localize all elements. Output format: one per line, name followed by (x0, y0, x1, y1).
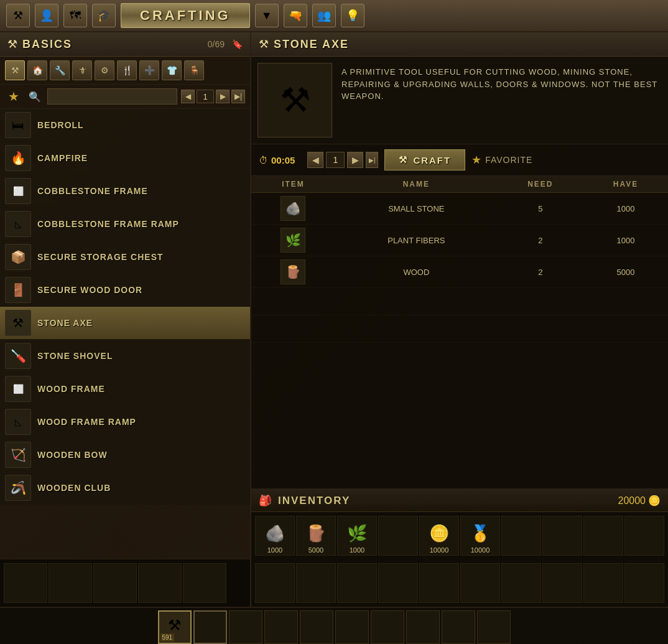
inv-count-coin1: 10000 (430, 546, 449, 555)
hotbar-slot-6[interactable] (335, 610, 369, 644)
inv-slot-17[interactable] (501, 563, 541, 603)
left-slot-5[interactable] (183, 563, 226, 603)
inv-slot-18[interactable] (542, 563, 582, 603)
favorite-button[interactable]: ★ FAVORITE (471, 153, 532, 167)
filter-food[interactable]: 🍴 (117, 60, 137, 80)
hotbar-slot-8[interactable] (406, 610, 440, 644)
favorites-toggle[interactable]: ★ (5, 88, 22, 105)
hotbar-slot-3[interactable] (229, 610, 262, 644)
inv-slot-10[interactable] (624, 516, 664, 556)
filter-furniture[interactable]: 🪑 (184, 60, 204, 80)
inv-slot-19[interactable] (583, 563, 623, 603)
page-next[interactable]: ▶ (216, 90, 230, 103)
inv-item-coin2: 🥇 (470, 524, 490, 543)
filter-shelter[interactable]: 🏠 (27, 60, 47, 80)
nav-icon-quest[interactable]: ▼ (255, 4, 279, 27)
filter-craft[interactable]: 🔧 (50, 60, 70, 80)
inv-slot-9[interactable] (583, 516, 623, 556)
inv-count-wood: 5000 (308, 546, 323, 555)
ingredient-name-wood: WOOD (335, 256, 498, 288)
filter-med[interactable]: ➕ (139, 60, 159, 80)
list-item[interactable]: 🪃 WOODEN CLUB (0, 472, 250, 505)
nav-icon-lightbulb[interactable]: 💡 (341, 4, 364, 27)
item-thumb-club: 🪃 (5, 475, 31, 501)
axe-header-icon: ⚒ (259, 37, 269, 51)
hotbar-slot-4[interactable] (264, 610, 298, 644)
ui-container: ⚒ 👤 🗺 🎓 CRAFTING ▼ 🔫 👥 💡 ⚒ BASICS 0/69 🔖… (0, 0, 668, 644)
nav-icon-player[interactable]: 👤 (35, 4, 58, 27)
item-label-club: WOODEN CLUB (37, 483, 111, 493)
inv-slot-2[interactable]: 🪵 5000 (296, 516, 336, 556)
search-icon-button[interactable]: 🔍 (26, 88, 44, 105)
filter-weapon[interactable]: 🗡 (72, 60, 92, 80)
top-nav: ⚒ 👤 🗺 🎓 CRAFTING ▼ 🔫 👥 💡 (0, 0, 668, 32)
col-name: NAME (335, 176, 498, 193)
inv-count-coin2: 10000 (471, 546, 490, 555)
money-display: 20000 🪙 (618, 495, 661, 506)
inv-slot-6[interactable]: 🥇 10000 (460, 516, 500, 556)
list-item[interactable]: 🏹 WOODEN BOW (0, 439, 250, 472)
list-item[interactable]: ⬜ COBBLESTONE FRAME (0, 175, 250, 208)
money-amount: 20000 (618, 495, 646, 506)
inv-slot-1[interactable]: 🪨 1000 (255, 516, 295, 556)
page-last[interactable]: ▶| (231, 90, 245, 103)
ingredient-empty-2 (251, 315, 668, 343)
inv-slot-15[interactable] (419, 563, 459, 603)
item-label-cobblestone-frame: COBBLESTONE FRAME (37, 186, 148, 196)
hotbar-slot-9[interactable] (442, 610, 475, 644)
inv-slot-11[interactable] (255, 563, 295, 603)
hotbar-slot-10[interactable] (477, 610, 511, 644)
nav-icon-group[interactable]: 👥 (312, 4, 336, 27)
craft-button[interactable]: ⚒ CRAFT (384, 149, 465, 170)
hotbar-slot-7[interactable] (371, 610, 404, 644)
list-item[interactable]: ◺ COBBLESTONE FRAME RAMP (0, 208, 250, 241)
list-item[interactable]: 🔥 CAMPFIRE (0, 142, 250, 175)
inv-slot-8[interactable] (542, 516, 582, 556)
craft-prev[interactable]: ◀ (307, 152, 323, 168)
inv-slot-7[interactable] (501, 516, 541, 556)
inv-slot-4[interactable] (378, 516, 418, 556)
detail-header: ⚒ STONE AXE (251, 32, 668, 57)
list-item[interactable]: ⬜ WOOD FRAME (0, 373, 250, 406)
filter-clothing[interactable]: 👕 (162, 60, 182, 80)
list-item-selected[interactable]: ⚒ STONE AXE (0, 307, 250, 340)
nav-icon-weapon[interactable]: 🔫 (284, 4, 307, 27)
craft-next[interactable]: ▶ (347, 152, 363, 168)
list-item[interactable]: 📦 SECURE STORAGE CHEST (0, 241, 250, 274)
craft-last[interactable]: ▶| (366, 152, 378, 168)
ingredients-section: ITEM NAME NEED HAVE 🪨 SMALL STONE 5 1000 (251, 176, 668, 488)
search-input[interactable] (47, 88, 177, 105)
inv-slot-5[interactable]: 🪙 10000 (419, 516, 459, 556)
list-item[interactable]: ◺ WOOD FRAME RAMP (0, 406, 250, 439)
inv-slot-14[interactable] (378, 563, 418, 603)
nav-icon-skills[interactable]: 🎓 (92, 4, 116, 27)
filter-gear[interactable]: ⚙ (95, 60, 114, 80)
filter-all[interactable]: ⚒ (5, 60, 25, 80)
inv-slot-3[interactable]: 🌿 1000 (337, 516, 377, 556)
inv-slot-16[interactable] (460, 563, 500, 603)
left-slot-4[interactable] (138, 563, 182, 603)
hotbar-slot-2[interactable] (193, 610, 227, 644)
nav-icon-map[interactable]: 🗺 (63, 4, 87, 27)
left-slot-2[interactable] (49, 563, 92, 603)
left-slot-3[interactable] (93, 563, 137, 603)
list-item[interactable]: 🪛 STONE SHOVEL (0, 340, 250, 373)
list-item[interactable]: 🛏 BEDROLL (0, 109, 250, 142)
inv-slot-12[interactable] (296, 563, 336, 603)
item-list: 🛏 BEDROLL 🔥 CAMPFIRE ⬜ COBBLESTONE FRAME… (0, 109, 250, 559)
ingredient-icon-plant: 🌿 (281, 228, 305, 253)
inv-slot-20[interactable] (624, 563, 664, 603)
left-slot-1[interactable] (4, 563, 47, 603)
left-panel-title: BASICS (22, 38, 72, 51)
page-prev[interactable]: ◀ (181, 90, 195, 103)
ingredient-have-stone: 1000 (583, 193, 668, 225)
item-thumb-chest: 📦 (5, 244, 31, 270)
page-nav: ◀ 1 ▶ ▶| (181, 90, 245, 103)
nav-icon-hammer[interactable]: ⚒ (6, 4, 30, 27)
hotbar-slot-1[interactable]: ⚒ 591 (158, 610, 192, 644)
item-description: A PRIMITIVE TOOL USEFUL FOR CUTTING WOOD… (338, 63, 662, 138)
hotbar-slot-5[interactable] (300, 610, 333, 644)
list-item[interactable]: 🚪 SECURE WOOD DOOR (0, 274, 250, 307)
inv-slot-13[interactable] (337, 563, 377, 603)
right-panel: ⚒ STONE AXE ⚒ A PRIMITIVE TOOL USEFUL FO… (251, 32, 668, 607)
